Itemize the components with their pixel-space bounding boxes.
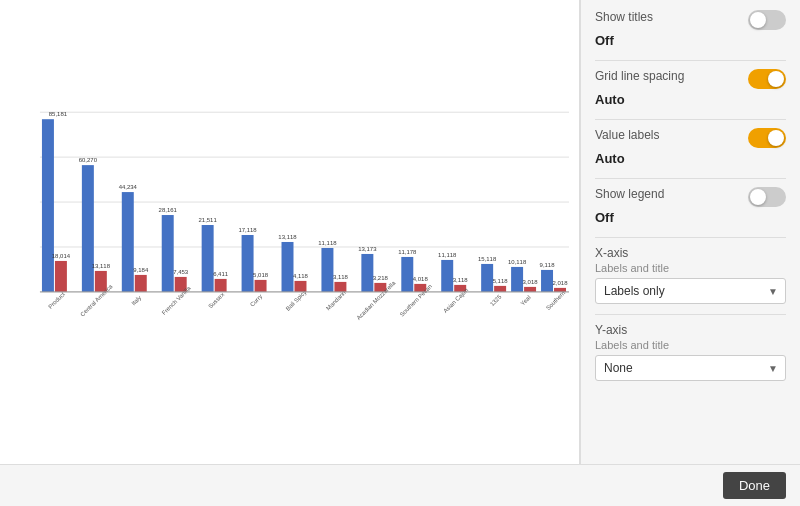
value-labels-row: Value labels Auto bbox=[595, 128, 786, 166]
svg-rect-6 bbox=[55, 261, 67, 292]
show-titles-value: Off bbox=[595, 33, 786, 48]
svg-rect-35 bbox=[282, 242, 294, 292]
show-titles-label: Show titles bbox=[595, 10, 653, 24]
svg-text:11,118: 11,118 bbox=[438, 252, 457, 258]
svg-text:Curry: Curry bbox=[249, 293, 264, 308]
chart-area: 85,181 18,014 Product 60,270 13,118 Cent… bbox=[0, 0, 580, 464]
footer: Done bbox=[0, 464, 800, 506]
svg-rect-50 bbox=[401, 257, 413, 292]
divider-2 bbox=[595, 119, 786, 120]
y-axis-select[interactable]: None Labels only Labels and title bbox=[595, 355, 786, 381]
settings-panel: Show titles Off Grid line spacing Auto bbox=[580, 0, 800, 464]
divider-5 bbox=[595, 314, 786, 315]
svg-rect-65 bbox=[511, 267, 523, 292]
show-legend-value: Off bbox=[595, 210, 786, 225]
svg-rect-61 bbox=[494, 286, 506, 292]
svg-text:85,181: 85,181 bbox=[49, 111, 68, 117]
svg-text:3,218: 3,218 bbox=[373, 275, 389, 281]
svg-text:Southern: Southern bbox=[545, 290, 566, 311]
value-labels-knob bbox=[768, 130, 784, 146]
bar-chart: 85,181 18,014 Product 60,270 13,118 Cent… bbox=[10, 10, 569, 454]
show-titles-toggle[interactable] bbox=[748, 10, 786, 30]
svg-rect-70 bbox=[541, 270, 553, 292]
svg-text:3,118: 3,118 bbox=[333, 274, 349, 280]
svg-text:1325: 1325 bbox=[489, 293, 503, 307]
show-titles-knob bbox=[750, 12, 766, 28]
settings-content: Show titles Off Grid line spacing Auto bbox=[581, 0, 800, 464]
grid-line-label: Grid line spacing bbox=[595, 69, 684, 83]
svg-text:11,118: 11,118 bbox=[318, 240, 337, 246]
svg-text:21,511: 21,511 bbox=[199, 217, 218, 223]
x-axis-select-wrap: Labels only Labels and title None ▼ bbox=[595, 278, 786, 304]
divider-3 bbox=[595, 178, 786, 179]
svg-rect-26 bbox=[215, 279, 227, 292]
svg-rect-40 bbox=[321, 248, 333, 292]
svg-text:7,453: 7,453 bbox=[173, 269, 189, 275]
svg-text:Bali Spicy: Bali Spicy bbox=[285, 289, 308, 312]
svg-text:3,018: 3,018 bbox=[523, 279, 539, 285]
svg-text:18,014: 18,014 bbox=[52, 253, 71, 259]
svg-text:9,118: 9,118 bbox=[540, 262, 556, 268]
show-legend-label: Show legend bbox=[595, 187, 664, 201]
value-labels-value: Auto bbox=[595, 151, 786, 166]
svg-text:28,161: 28,161 bbox=[159, 207, 178, 213]
grid-line-knob bbox=[768, 71, 784, 87]
svg-rect-15 bbox=[122, 192, 134, 292]
svg-text:60,270: 60,270 bbox=[79, 157, 98, 163]
svg-rect-30 bbox=[242, 235, 254, 292]
svg-text:11,178: 11,178 bbox=[398, 249, 417, 255]
svg-text:15,118: 15,118 bbox=[478, 256, 497, 262]
svg-rect-31 bbox=[255, 280, 267, 292]
svg-text:13,118: 13,118 bbox=[92, 263, 111, 269]
grid-line-toggle[interactable] bbox=[748, 69, 786, 89]
chart-inner: 85,181 18,014 Product 60,270 13,118 Cent… bbox=[10, 10, 569, 454]
svg-text:4,118: 4,118 bbox=[293, 273, 309, 279]
svg-text:Yeal: Yeal bbox=[520, 294, 532, 306]
svg-text:5,118: 5,118 bbox=[493, 278, 509, 284]
svg-rect-66 bbox=[524, 287, 536, 292]
svg-text:44,234: 44,234 bbox=[119, 184, 138, 190]
svg-text:Sussex: Sussex bbox=[207, 291, 225, 309]
svg-text:17,118: 17,118 bbox=[238, 227, 257, 233]
x-axis-title: X-axis bbox=[595, 246, 786, 260]
svg-rect-25 bbox=[202, 225, 214, 292]
svg-rect-60 bbox=[481, 264, 493, 292]
show-legend-knob bbox=[750, 189, 766, 205]
x-axis-section: X-axis Labels and title Labels only Labe… bbox=[595, 246, 786, 304]
x-axis-select[interactable]: Labels only Labels and title None bbox=[595, 278, 786, 304]
grid-line-value: Auto bbox=[595, 92, 786, 107]
svg-rect-45 bbox=[361, 254, 373, 292]
x-axis-sub: Labels and title bbox=[595, 262, 786, 274]
svg-text:9,184: 9,184 bbox=[133, 267, 149, 273]
svg-text:2,018: 2,018 bbox=[553, 280, 569, 286]
main-container: 85,181 18,014 Product 60,270 13,118 Cent… bbox=[0, 0, 800, 464]
svg-text:6,411: 6,411 bbox=[213, 271, 229, 277]
svg-text:Mandarin: Mandarin bbox=[325, 290, 347, 312]
value-labels-toggle[interactable] bbox=[748, 128, 786, 148]
done-button[interactable]: Done bbox=[723, 472, 786, 499]
svg-rect-41 bbox=[334, 282, 346, 292]
divider-1 bbox=[595, 60, 786, 61]
y-axis-title: Y-axis bbox=[595, 323, 786, 337]
svg-rect-10 bbox=[82, 165, 94, 292]
svg-text:Italy: Italy bbox=[130, 294, 142, 306]
show-legend-row: Show legend Off bbox=[595, 187, 786, 225]
y-axis-section: Y-axis Labels and title None Labels only… bbox=[595, 323, 786, 381]
show-legend-toggle[interactable] bbox=[748, 187, 786, 207]
divider-4 bbox=[595, 237, 786, 238]
svg-text:13,118: 13,118 bbox=[278, 234, 297, 240]
svg-text:13,173: 13,173 bbox=[358, 246, 377, 252]
grid-line-spacing-row: Grid line spacing Auto bbox=[595, 69, 786, 107]
show-titles-row: Show titles Off bbox=[595, 10, 786, 48]
svg-text:Product: Product bbox=[47, 291, 66, 310]
svg-text:3,118: 3,118 bbox=[453, 277, 469, 283]
svg-text:4,018: 4,018 bbox=[413, 276, 429, 282]
value-labels-label: Value labels bbox=[595, 128, 660, 142]
y-axis-sub: Labels and title bbox=[595, 339, 786, 351]
svg-text:10,118: 10,118 bbox=[508, 259, 527, 265]
svg-rect-55 bbox=[441, 260, 453, 292]
svg-rect-16 bbox=[135, 275, 147, 292]
svg-rect-20 bbox=[162, 215, 174, 292]
svg-rect-5 bbox=[42, 119, 54, 292]
y-axis-select-wrap: None Labels only Labels and title ▼ bbox=[595, 355, 786, 381]
